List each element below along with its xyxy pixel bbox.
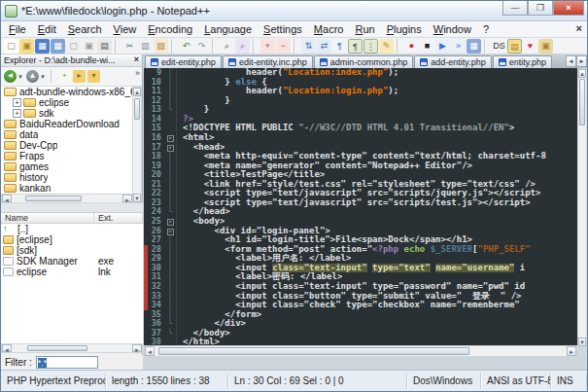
scroll-left-icon[interactable]: ◄: [2, 195, 12, 202]
code-line-34[interactable]: 34│ <input class="check" type="checkbox"…: [144, 301, 577, 310]
dropdown-caret-icon[interactable]: ▼: [17, 74, 23, 80]
code-line-13[interactable]: 13└ }: [144, 105, 577, 115]
code-line-27[interactable]: 27│ <h1 id="login-title">File<span>Dock<…: [144, 235, 577, 245]
tab-scroll-left-icon[interactable]: ◄: [566, 55, 576, 67]
code-line-10[interactable]: 10│ } else {: [144, 78, 577, 88]
scroll-up-icon[interactable]: ▲: [578, 69, 586, 78]
file-row-[..][interactable]: ↑[..]: [1, 224, 143, 234]
code-line-26[interactable]: 26- <div id="login-panel">: [144, 227, 577, 236]
filter-input[interactable]: *.*: [36, 356, 98, 369]
tree-horizontal-scrollbar[interactable]: ◄ ►: [1, 194, 133, 203]
paste-icon[interactable]: ▧: [154, 39, 168, 53]
column-header-name[interactable]: Name: [1, 213, 94, 223]
code-line-21[interactable]: 21│ <link href="style/test.css" rel="sty…: [144, 180, 577, 190]
fold-margin[interactable]: -: [164, 133, 177, 143]
scroll-down-icon[interactable]: ▼: [578, 338, 586, 346]
editor-vertical-scrollbar[interactable]: ▲ ▼: [577, 68, 587, 347]
print-icon[interactable]: ▤: [97, 39, 112, 53]
panel-splitter[interactable]: [1, 203, 143, 212]
menu-close-icon[interactable]: ×: [576, 22, 582, 34]
scroll-thumb[interactable]: [134, 98, 140, 120]
file-list-horizontal-scrollbar[interactable]: ◄ ►: [1, 343, 143, 353]
zoom-in-icon[interactable]: +: [260, 39, 275, 53]
maximize-button[interactable]: ❐: [528, 1, 553, 16]
word-wrap-icon[interactable]: ¶: [332, 39, 347, 53]
editor-horizontal-scrollbar[interactable]: ◄ ►: [144, 345, 577, 357]
redo-icon[interactable]: ↷: [194, 39, 209, 53]
code-line-19[interactable]: 19│ <meta name="generator" content="Note…: [144, 161, 577, 171]
column-header-ext[interactable]: Ext.: [94, 213, 143, 223]
scroll-thumb[interactable]: [158, 347, 469, 355]
open-folder-icon[interactable]: ▾: [87, 70, 100, 83]
code-line-29[interactable]: 29│ <label>用户名: </label>: [144, 254, 577, 264]
new-file-icon[interactable]: ▢: [4, 39, 18, 53]
tab-entity.php[interactable]: entity.php: [493, 55, 552, 68]
toolbar-overflow-icon[interactable]: »: [135, 68, 140, 78]
sync-to-document-icon[interactable]: ▸: [73, 70, 86, 83]
menu-edit[interactable]: Edit: [32, 22, 62, 36]
tree-item-BaiduReaderDownload[interactable]: BaiduReaderDownload: [1, 119, 133, 129]
save-icon[interactable]: ▦: [35, 39, 50, 53]
code-line-23[interactable]: 23│ <script type="text/javascript" src="…: [144, 198, 577, 208]
replace-icon[interactable]: ⌕: [235, 39, 250, 53]
indent-guide-icon[interactable]: ⋮: [363, 39, 378, 53]
code-line-17[interactable]: 17- <head>: [144, 143, 577, 153]
code-line-20[interactable]: 20│ <title>TestPage</title>: [144, 170, 577, 180]
tree-item-kankan[interactable]: kankan: [1, 183, 133, 194]
tree-item-Fraps[interactable]: Fraps: [1, 151, 133, 161]
file-row-[sdk][interactable]: [sdk]: [1, 245, 143, 256]
explorer-close-icon[interactable]: ×: [134, 54, 139, 64]
fold-box-icon[interactable]: -: [167, 135, 174, 142]
menu-encoding[interactable]: Encoding: [142, 22, 198, 36]
find-icon[interactable]: ⌕: [220, 39, 234, 53]
file-row-[eclipse][interactable]: [eclipse]: [1, 234, 143, 245]
menu-help[interactable]: ?: [477, 22, 495, 36]
code-area[interactable]: 9│ header("Location:index.php");10│ } el…: [144, 68, 577, 347]
fold-margin[interactable]: -: [164, 143, 177, 153]
tab-edit-entity.php[interactable]: edit-entity.php: [145, 55, 222, 68]
save-all-icon[interactable]: ▦: [51, 39, 65, 53]
fold-box-icon[interactable]: -: [167, 145, 174, 152]
menu-language[interactable]: Language: [198, 22, 258, 36]
close-all-icon[interactable]: ▣: [82, 39, 96, 53]
scroll-right-icon[interactable]: ►: [122, 195, 132, 202]
menu-view[interactable]: View: [108, 22, 143, 36]
plugin-heart-icon[interactable]: ♥: [523, 39, 537, 53]
code-line-30[interactable]: 30│ <input class="text-input" type="text…: [144, 264, 577, 273]
tab-scroll-right-icon[interactable]: ►: [576, 55, 587, 67]
tab-admin-common.php[interactable]: admin-common.php: [314, 55, 414, 68]
code-line-24[interactable]: 24└ </head>: [144, 207, 577, 217]
code-line-12[interactable]: 12│ }: [144, 96, 577, 106]
code-line-18[interactable]: 18│ <meta http-equiv="content-type" cont…: [144, 152, 577, 161]
code-line-25[interactable]: 25- <body>: [144, 217, 577, 227]
expand-icon[interactable]: +: [13, 109, 21, 118]
code-line-11[interactable]: 11│ header("Location:login.php");: [144, 87, 577, 96]
scroll-left-icon[interactable]: ◄: [2, 344, 12, 352]
new-file-icon[interactable]: +: [58, 70, 71, 83]
scroll-down-icon[interactable]: ▼: [133, 194, 141, 202]
doc-monitor-icon[interactable]: ▤: [507, 39, 522, 53]
undo-icon[interactable]: ↶: [179, 39, 193, 53]
tree-item-eclipse[interactable]: +eclipse: [1, 97, 133, 108]
run-macro-multiple-icon[interactable]: »: [451, 39, 466, 53]
close-icon[interactable]: ▢: [66, 39, 81, 53]
record-macro-icon[interactable]: ●: [404, 39, 419, 53]
tree-item-data[interactable]: data: [1, 129, 133, 140]
copy-icon[interactable]: ▥: [138, 39, 153, 53]
menu-window[interactable]: Window: [428, 22, 477, 36]
scroll-thumb[interactable]: [579, 79, 585, 125]
dropdown-caret-icon[interactable]: ▼: [40, 74, 46, 80]
code-line-16[interactable]: 16-<html>: [144, 133, 577, 143]
expand-icon[interactable]: +: [13, 98, 21, 107]
code-line-31[interactable]: 31│ <label>密码: </label>: [144, 272, 577, 282]
scroll-right-icon[interactable]: ►: [132, 344, 142, 352]
stop-recording-icon[interactable]: ■: [420, 39, 434, 53]
title-bar[interactable]: *E:\www\filedock\login.php - Notepad++: [1, 1, 587, 21]
code-line-22[interactable]: 22│ <script type="text/javascript" src="…: [144, 189, 577, 198]
fold-margin[interactable]: -: [164, 217, 177, 227]
menu-search[interactable]: Search: [62, 22, 108, 36]
file-list-header[interactable]: Name Ext.: [1, 212, 143, 224]
save-macro-icon[interactable]: ▦: [467, 39, 481, 53]
show-all-characters-icon[interactable]: ¶: [348, 39, 363, 53]
scroll-up-icon[interactable]: ▲: [133, 88, 141, 96]
